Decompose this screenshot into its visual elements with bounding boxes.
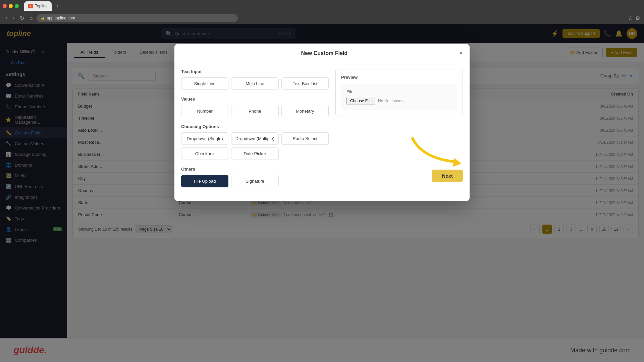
traffic-light-yellow[interactable]: [9, 4, 13, 8]
choosing-options-options: Dropdown (Single) Dropdown (Multiple) Ra…: [181, 132, 329, 160]
home-button[interactable]: ⌂: [28, 15, 34, 21]
svg-marker-0: [453, 158, 461, 167]
signature-option[interactable]: Signature: [231, 175, 278, 187]
multi-line-option[interactable]: Multi Line: [231, 77, 278, 90]
preview-section: Preview File Choose File No file chosen: [335, 69, 463, 116]
values-label: Values: [181, 97, 329, 102]
browser-bar: ‹ › ↻ ⌂ 🔒 app.topline.com ☆ ⚙: [0, 12, 644, 24]
traffic-light-red[interactable]: [3, 4, 7, 8]
reload-button[interactable]: ↻: [18, 15, 25, 21]
preview-label: Preview: [341, 75, 457, 80]
bookmark-icon[interactable]: ☆: [628, 15, 633, 21]
others-options: File Upload Signature: [181, 175, 329, 187]
choosing-options-section: Choosing Options Dropdown (Single) Dropd…: [181, 124, 329, 160]
forward-button[interactable]: ›: [11, 15, 15, 21]
address-bar[interactable]: 🔒 app.topline.com: [37, 14, 238, 22]
tab-favicon: t: [28, 4, 33, 8]
url-text: app.topline.com: [47, 16, 75, 20]
modal-title: New Custom Field: [189, 50, 459, 56]
phone-option[interactable]: Phone: [231, 105, 278, 117]
tab-title: Topline: [35, 4, 48, 8]
browser-chrome: t Topline + ‹ › ↻ ⌂ 🔒 app.topline.com ☆ …: [0, 0, 644, 24]
modal-overlay: New Custom Field × Text Input Single Lin…: [0, 24, 644, 362]
preview-content: File Choose File No file chosen: [341, 84, 457, 110]
browser-tabs: t Topline +: [0, 0, 644, 12]
checkbox-option[interactable]: Checkbox: [181, 147, 228, 160]
app: topline 🔍 Quick search here Ctrl + K ⚡ T…: [0, 24, 644, 362]
dropdown-multiple-option[interactable]: Dropdown (Multiple): [231, 132, 278, 145]
single-line-option[interactable]: Single Line: [181, 77, 228, 90]
text-box-list-option[interactable]: Text Box List: [281, 77, 329, 90]
others-label: Others: [181, 167, 329, 172]
modal-header: New Custom Field ×: [174, 44, 470, 62]
new-tab-button[interactable]: +: [53, 1, 62, 11]
preview-field-label: File: [346, 89, 452, 94]
arrow-annotation: [402, 132, 470, 172]
traffic-light-green[interactable]: [15, 4, 19, 8]
new-custom-field-modal: New Custom Field × Text Input Single Lin…: [174, 44, 470, 201]
values-options: Number Phone Monetary: [181, 105, 329, 117]
choose-file-button[interactable]: Choose File: [346, 97, 375, 105]
back-button[interactable]: ‹: [4, 15, 8, 21]
modal-close-button[interactable]: ×: [459, 50, 463, 57]
monetary-option[interactable]: Monetary: [281, 105, 329, 117]
active-tab[interactable]: t Topline: [24, 1, 52, 11]
file-upload-option[interactable]: File Upload: [181, 175, 228, 187]
values-section: Values Number Phone Monetary: [181, 97, 329, 117]
text-input-label: Text Input: [181, 69, 329, 74]
preview-file-input: Choose File No file chosen: [346, 97, 452, 105]
text-input-section: Text Input Single Line Multi Line Text B…: [181, 69, 329, 90]
extensions-icon[interactable]: ⚙: [635, 15, 640, 21]
others-section: Others File Upload Signature: [181, 167, 329, 187]
no-file-text: No file chosen: [378, 99, 404, 103]
traffic-lights: [3, 4, 19, 8]
radio-select-option[interactable]: Radio Select: [281, 132, 329, 145]
date-picker-option[interactable]: Date Picker: [231, 147, 278, 160]
text-input-options: Single Line Multi Line Text Box List: [181, 77, 329, 90]
next-button[interactable]: Next: [432, 170, 463, 182]
lock-icon: 🔒: [41, 16, 45, 20]
dropdown-single-option[interactable]: Dropdown (Single): [181, 132, 228, 145]
number-option[interactable]: Number: [181, 105, 228, 117]
modal-body: Text Input Single Line Multi Line Text B…: [174, 62, 470, 201]
modal-left-panel: Text Input Single Line Multi Line Text B…: [181, 69, 329, 194]
browser-actions: ☆ ⚙: [628, 15, 640, 21]
modal-right-panel: Preview File Choose File No file chosen: [335, 69, 463, 194]
choosing-options-label: Choosing Options: [181, 124, 329, 129]
